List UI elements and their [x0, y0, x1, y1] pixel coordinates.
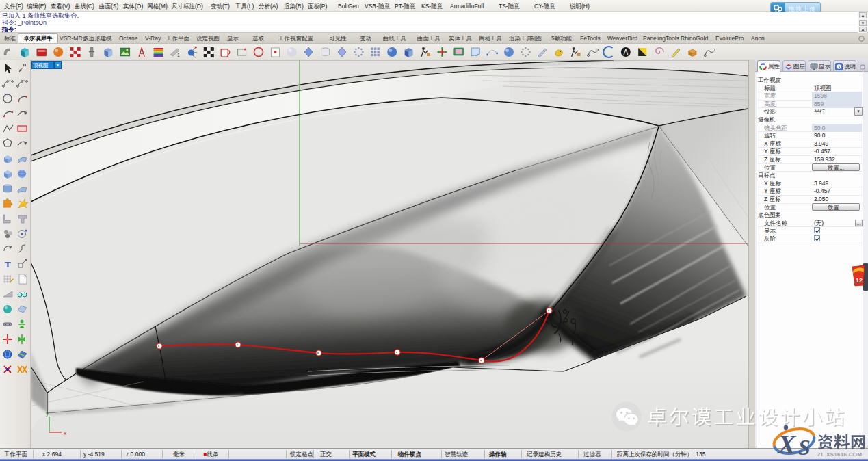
svg-text:y: y [46, 410, 49, 417]
svg-text:12: 12 [856, 277, 863, 284]
svg-text:X: X [776, 429, 797, 460]
svg-text:1: 1 [177, 53, 180, 57]
svg-text:A: A [623, 49, 628, 56]
svg-text:x: x [64, 430, 66, 436]
svg-text:S: S [798, 435, 811, 460]
svg-text:T: T [5, 259, 11, 269]
svg-text:ZL.XS1616.COM: ZL.XS1616.COM [817, 451, 862, 458]
